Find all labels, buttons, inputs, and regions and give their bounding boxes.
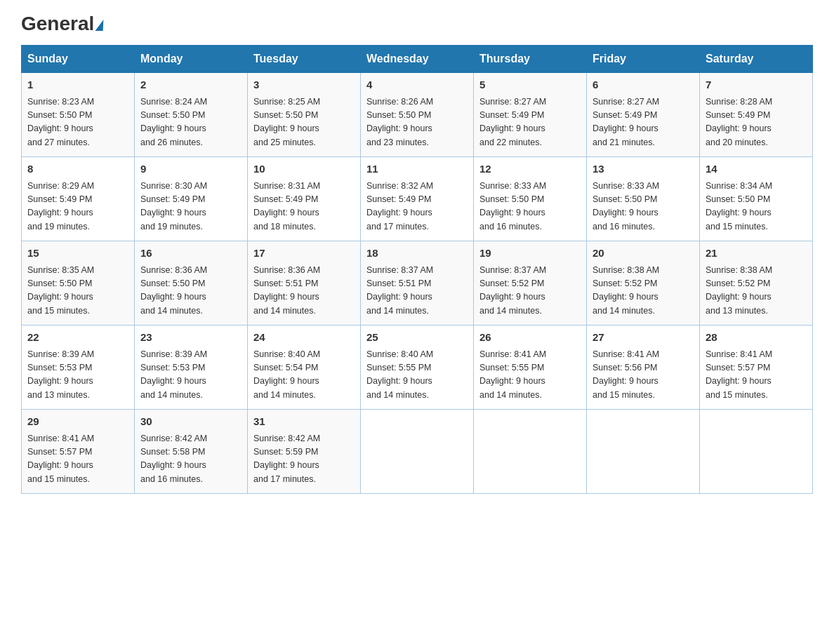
day-number: 27 <box>593 330 694 346</box>
calendar-cell: 31Sunrise: 8:42 AMSunset: 5:59 PMDayligh… <box>248 410 361 494</box>
day-info: Sunrise: 8:34 AMSunset: 5:50 PMDaylight:… <box>706 180 807 234</box>
calendar-cell: 20Sunrise: 8:38 AMSunset: 5:52 PMDayligh… <box>587 241 700 326</box>
day-info: Sunrise: 8:37 AMSunset: 5:52 PMDaylight:… <box>479 264 581 318</box>
day-number: 29 <box>27 414 128 430</box>
week-row-5: 29Sunrise: 8:41 AMSunset: 5:57 PMDayligh… <box>22 410 813 494</box>
page-header: General <box>21 14 813 32</box>
day-info: Sunrise: 8:42 AMSunset: 5:59 PMDaylight:… <box>253 432 355 487</box>
day-number: 10 <box>253 161 355 177</box>
calendar-cell: 27Sunrise: 8:41 AMSunset: 5:56 PMDayligh… <box>587 326 700 410</box>
header-tuesday: Tuesday <box>248 46 361 73</box>
day-info: Sunrise: 8:24 AMSunset: 5:50 PMDaylight:… <box>140 95 241 150</box>
day-number: 25 <box>366 330 468 346</box>
day-number: 28 <box>706 330 807 346</box>
header-thursday: Thursday <box>474 46 587 73</box>
day-number: 30 <box>140 414 241 430</box>
day-number: 17 <box>253 246 355 262</box>
day-number: 19 <box>479 246 581 262</box>
day-number: 6 <box>593 77 694 93</box>
day-number: 1 <box>27 77 128 93</box>
day-number: 21 <box>706 246 807 262</box>
day-info: Sunrise: 8:42 AMSunset: 5:58 PMDaylight:… <box>140 432 241 487</box>
day-number: 16 <box>140 246 241 262</box>
header-sunday: Sunday <box>22 46 135 73</box>
calendar-cell <box>587 410 700 494</box>
header-wednesday: Wednesday <box>361 46 474 73</box>
calendar-cell: 10Sunrise: 8:31 AMSunset: 5:49 PMDayligh… <box>248 157 361 241</box>
day-number: 31 <box>253 414 355 430</box>
calendar-cell <box>361 410 474 494</box>
calendar-cell: 23Sunrise: 8:39 AMSunset: 5:53 PMDayligh… <box>135 326 248 410</box>
day-info: Sunrise: 8:31 AMSunset: 5:49 PMDaylight:… <box>253 180 355 234</box>
day-number: 13 <box>593 161 694 177</box>
day-info: Sunrise: 8:28 AMSunset: 5:49 PMDaylight:… <box>706 95 807 150</box>
day-number: 20 <box>593 246 694 262</box>
day-info: Sunrise: 8:41 AMSunset: 5:57 PMDaylight:… <box>27 432 128 487</box>
day-info: Sunrise: 8:41 AMSunset: 5:56 PMDaylight:… <box>593 348 694 403</box>
day-number: 26 <box>479 330 581 346</box>
day-info: Sunrise: 8:27 AMSunset: 5:49 PMDaylight:… <box>479 95 581 150</box>
header-monday: Monday <box>135 46 248 73</box>
calendar-body: 1Sunrise: 8:23 AMSunset: 5:50 PMDaylight… <box>22 73 813 494</box>
calendar-cell <box>700 410 813 494</box>
calendar-cell: 6Sunrise: 8:27 AMSunset: 5:49 PMDaylight… <box>587 73 700 157</box>
calendar-cell: 26Sunrise: 8:41 AMSunset: 5:55 PMDayligh… <box>474 326 587 410</box>
day-info: Sunrise: 8:25 AMSunset: 5:50 PMDaylight:… <box>253 95 355 150</box>
day-info: Sunrise: 8:41 AMSunset: 5:57 PMDaylight:… <box>706 348 807 403</box>
calendar-cell: 3Sunrise: 8:25 AMSunset: 5:50 PMDaylight… <box>248 73 361 157</box>
day-info: Sunrise: 8:37 AMSunset: 5:51 PMDaylight:… <box>366 264 468 318</box>
calendar-cell: 16Sunrise: 8:36 AMSunset: 5:50 PMDayligh… <box>135 241 248 326</box>
calendar-header-row: SundayMondayTuesdayWednesdayThursdayFrid… <box>22 46 813 73</box>
day-info: Sunrise: 8:26 AMSunset: 5:50 PMDaylight:… <box>366 95 468 150</box>
day-number: 18 <box>366 246 468 262</box>
calendar-cell: 25Sunrise: 8:40 AMSunset: 5:55 PMDayligh… <box>361 326 474 410</box>
day-number: 12 <box>479 161 581 177</box>
day-number: 24 <box>253 330 355 346</box>
header-saturday: Saturday <box>700 46 813 73</box>
logo-general: General <box>21 14 104 34</box>
calendar-cell: 24Sunrise: 8:40 AMSunset: 5:54 PMDayligh… <box>248 326 361 410</box>
calendar-cell: 14Sunrise: 8:34 AMSunset: 5:50 PMDayligh… <box>700 157 813 241</box>
calendar-cell: 28Sunrise: 8:41 AMSunset: 5:57 PMDayligh… <box>700 326 813 410</box>
day-number: 4 <box>366 77 468 93</box>
week-row-3: 15Sunrise: 8:35 AMSunset: 5:50 PMDayligh… <box>22 241 813 326</box>
day-info: Sunrise: 8:32 AMSunset: 5:49 PMDaylight:… <box>366 180 468 234</box>
day-info: Sunrise: 8:40 AMSunset: 5:54 PMDaylight:… <box>253 348 355 403</box>
calendar-table: SundayMondayTuesdayWednesdayThursdayFrid… <box>21 45 813 494</box>
week-row-1: 1Sunrise: 8:23 AMSunset: 5:50 PMDaylight… <box>22 73 813 157</box>
calendar-cell: 29Sunrise: 8:41 AMSunset: 5:57 PMDayligh… <box>22 410 135 494</box>
day-info: Sunrise: 8:41 AMSunset: 5:55 PMDaylight:… <box>479 348 581 403</box>
calendar-cell: 9Sunrise: 8:30 AMSunset: 5:49 PMDaylight… <box>135 157 248 241</box>
day-info: Sunrise: 8:30 AMSunset: 5:49 PMDaylight:… <box>140 180 241 234</box>
day-info: Sunrise: 8:27 AMSunset: 5:49 PMDaylight:… <box>593 95 694 150</box>
day-number: 15 <box>27 246 128 262</box>
day-number: 2 <box>140 77 241 93</box>
day-info: Sunrise: 8:38 AMSunset: 5:52 PMDaylight:… <box>593 264 694 318</box>
day-info: Sunrise: 8:36 AMSunset: 5:51 PMDaylight:… <box>253 264 355 318</box>
week-row-4: 22Sunrise: 8:39 AMSunset: 5:53 PMDayligh… <box>22 326 813 410</box>
calendar-cell: 2Sunrise: 8:24 AMSunset: 5:50 PMDaylight… <box>135 73 248 157</box>
day-number: 7 <box>706 77 807 93</box>
day-number: 11 <box>366 161 468 177</box>
day-info: Sunrise: 8:35 AMSunset: 5:50 PMDaylight:… <box>27 264 128 318</box>
calendar-cell: 18Sunrise: 8:37 AMSunset: 5:51 PMDayligh… <box>361 241 474 326</box>
calendar-cell: 13Sunrise: 8:33 AMSunset: 5:50 PMDayligh… <box>587 157 700 241</box>
header-friday: Friday <box>587 46 700 73</box>
day-number: 14 <box>706 161 807 177</box>
day-info: Sunrise: 8:33 AMSunset: 5:50 PMDaylight:… <box>593 180 694 234</box>
day-info: Sunrise: 8:38 AMSunset: 5:52 PMDaylight:… <box>706 264 807 318</box>
calendar-cell: 21Sunrise: 8:38 AMSunset: 5:52 PMDayligh… <box>700 241 813 326</box>
day-number: 8 <box>27 161 128 177</box>
calendar-cell: 1Sunrise: 8:23 AMSunset: 5:50 PMDaylight… <box>22 73 135 157</box>
calendar-cell: 22Sunrise: 8:39 AMSunset: 5:53 PMDayligh… <box>22 326 135 410</box>
calendar-cell: 8Sunrise: 8:29 AMSunset: 5:49 PMDaylight… <box>22 157 135 241</box>
calendar-cell: 15Sunrise: 8:35 AMSunset: 5:50 PMDayligh… <box>22 241 135 326</box>
calendar-cell: 7Sunrise: 8:28 AMSunset: 5:49 PMDaylight… <box>700 73 813 157</box>
calendar-cell: 5Sunrise: 8:27 AMSunset: 5:49 PMDaylight… <box>474 73 587 157</box>
calendar-cell: 19Sunrise: 8:37 AMSunset: 5:52 PMDayligh… <box>474 241 587 326</box>
calendar-cell: 17Sunrise: 8:36 AMSunset: 5:51 PMDayligh… <box>248 241 361 326</box>
day-info: Sunrise: 8:29 AMSunset: 5:49 PMDaylight:… <box>27 180 128 234</box>
day-info: Sunrise: 8:23 AMSunset: 5:50 PMDaylight:… <box>27 95 128 150</box>
logo: General <box>21 14 104 32</box>
day-number: 3 <box>253 77 355 93</box>
